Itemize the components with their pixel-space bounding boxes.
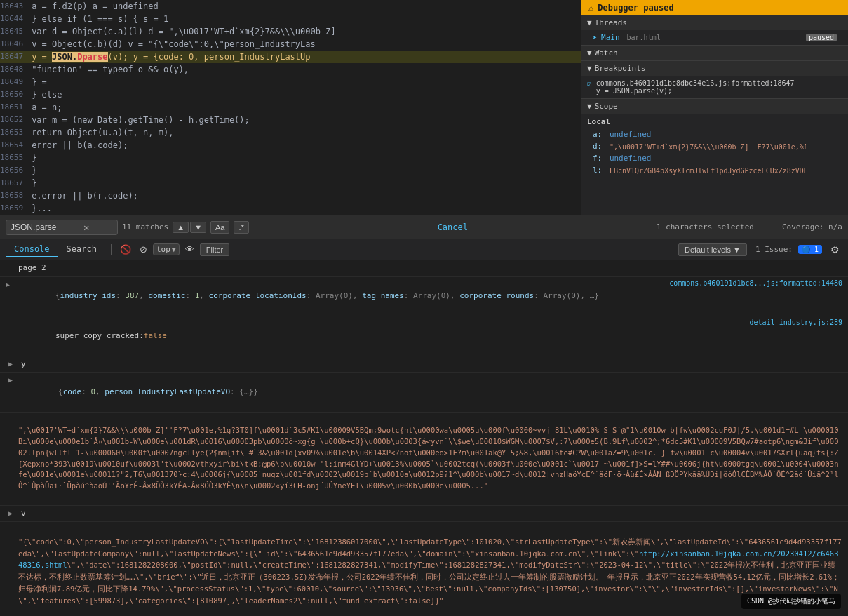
search-regex-button[interactable]: .* [234, 221, 248, 234]
line-number: 18657 [0, 177, 32, 189]
top-level-arrow-y[interactable]: ▶ [6, 359, 15, 369]
console-tabs: Console Search [6, 242, 105, 257]
scope-f-item: f: undefined [581, 152, 848, 164]
search-input-wrap[interactable]: ✕ [6, 220, 118, 235]
scope-f-val: undefined [610, 154, 652, 163]
line-content: } else [32, 88, 62, 101]
line-content: } [32, 164, 36, 177]
code-line-18646: 18646 v = Object(c.b)(d) v = "{\"code\":… [0, 38, 581, 51]
line-number: 18659 [0, 202, 32, 215]
console-settings-button[interactable]: ⚙ [828, 243, 842, 257]
stop-button[interactable]: ⊘ [137, 243, 150, 256]
line-content: "function" == typeof o && o(y), [32, 63, 189, 76]
line-content: }... [32, 202, 52, 215]
search-match-count: 11 matches [122, 222, 168, 232]
breakpoints-chevron-icon: ▼ [587, 64, 592, 73]
line-content: } = [32, 76, 47, 88]
console-row-industry[interactable]: ▶ {industry_ids: 387, domestic: 1, corpo… [0, 277, 848, 317]
scope-a-item: a: undefined [581, 128, 848, 140]
code-line-18643: 18643 a = f.d2(p) a = undefined [0, 0, 581, 13]
threads-header[interactable]: ▼ Threads [581, 15, 848, 30]
watermark: CSDN @抄代码抄错的小笔马 [741, 594, 841, 609]
debugger-title: Debugger paused [598, 3, 673, 13]
code-line-18657: 18657 } [0, 177, 581, 189]
line-number: 18643 [0, 0, 32, 13]
threads-label: Threads [595, 18, 627, 27]
scope-d-item: d: ",\u0017'WT+d`xm{2}7&&\\\u000b Z]''F?… [581, 140, 848, 152]
top-level-arrow-code[interactable]: ▶ [6, 375, 15, 385]
console-toolbar: Console Search 🚫 ⊘ top ▼ 👁 Filter Defaul… [0, 239, 848, 260]
editor-debugger-container: 18643 a = f.d2(p) a = undefined18644 } e… [0, 0, 848, 215]
thread-file: bar.html [627, 34, 661, 41]
line-number: 18654 [0, 139, 32, 152]
scope-local-label: Local [581, 115, 848, 128]
console-row-v[interactable]: ▶ v [0, 506, 848, 523]
row-json-content: "{\"code\":0,\"person_IndustryLastUpdate… [18, 524, 842, 616]
levels-button[interactable]: Default levels ▼ [678, 243, 747, 256]
console-row-y[interactable]: ▶ y [0, 356, 848, 373]
row-super-copy-content: super_copy_cracked:false [18, 319, 696, 354]
row-code-content: {code: 0, person_IndustryLastUpdateVO: {… [21, 375, 842, 410]
scope-a-val: undefined [610, 130, 652, 139]
line-number: 18645 [0, 25, 32, 38]
line-number: 18647 [0, 51, 32, 63]
row-industry-source[interactable]: commons.b460191d1bc8...js:formatted:1448… [669, 279, 842, 287]
search-nav: ▲ ▼ [173, 222, 206, 233]
eye-button[interactable]: 👁 [182, 243, 197, 256]
code-line-18647: 18647 y = JSON.Dparse(v); y = {code: 0, … [0, 51, 581, 63]
watch-chevron-icon: ▼ [587, 48, 592, 58]
line-number: 18648 [0, 63, 32, 76]
search-input[interactable] [11, 222, 81, 232]
toolbar-divider-1 [111, 244, 112, 255]
line-content: } [32, 177, 36, 189]
console-row-json-str: "{\"code\":0,\"person_IndustryLastUpdate… [0, 522, 848, 616]
watch-label: Watch [595, 48, 618, 58]
code-line-18649: 18649 } = [0, 76, 581, 88]
search-cancel-button[interactable]: Cancel [438, 222, 468, 232]
breakpoints-section: ▼ Breakpoints ☑ commons.b460191d1bc8dbc3… [581, 61, 848, 99]
console-row-code[interactable]: ▶ {code: 0, person_IndustryLastUpdateVO:… [0, 373, 848, 413]
code-line-18652: 18652 var m = (new Date).getTime() - h.g… [0, 114, 581, 126]
clear-console-button[interactable]: 🚫 [117, 243, 134, 256]
tab-console[interactable]: Console [6, 242, 58, 257]
bp1-file: commons.b460191d1bc8dbc34e16.js:formatte… [596, 79, 795, 87]
expand-arrow-industry[interactable]: ▶ [6, 281, 13, 288]
filter-button[interactable]: Filter [200, 243, 229, 256]
console-row-page: page 2 [0, 260, 848, 277]
search-coverage: Coverage: n/a [782, 222, 842, 232]
threads-chevron-icon: ▼ [587, 18, 592, 27]
threads-section: ▼ Threads ➤ Main bar.html paused [581, 15, 848, 46]
watch-header[interactable]: ▼ Watch [581, 46, 848, 60]
bp1-expr: y = JSON.parse(v); [596, 87, 795, 95]
row-y-content: y [21, 359, 696, 370]
scope-chevron-icon: ▼ [587, 102, 592, 111]
line-number: 18651 [0, 101, 32, 114]
search-next-button[interactable]: ▼ [190, 222, 206, 233]
breakpoints-header[interactable]: ▼ Breakpoints [581, 61, 848, 76]
scope-l-item: l: LBcnV1QrZGB4bXsyXTcmJlwLf1pdJydGPzceL… [581, 164, 848, 176]
breakpoint-item-1[interactable]: ☑ commons.b460191d1bc8dbc34e16.js:format… [581, 77, 848, 97]
row-super-copy-source[interactable]: detail-industry.js:289 [702, 319, 842, 326]
line-number: 18658 [0, 189, 32, 202]
scope-content: Local a: undefined d: ",\u0017'WT+d`xm{2… [581, 114, 848, 178]
search-aa-button[interactable]: Aa [210, 221, 229, 234]
search-prev-button[interactable]: ▲ [173, 222, 189, 233]
code-lines: 18643 a = f.d2(p) a = undefined18644 } e… [0, 0, 581, 215]
watch-section: ▼ Watch [581, 46, 848, 61]
code-line-18654: 18654 error || b(a.code); [0, 139, 581, 152]
row-unicode-content: ",\u0017'WT+d`xm{2}7&&\\\u000b Z]''F?7\u… [18, 415, 842, 503]
row-v-content: v [21, 508, 842, 520]
top-dropdown-icon[interactable]: ▼ [172, 246, 176, 253]
line-content: } else if (1 === s) { s = 1 [32, 13, 168, 25]
scope-header[interactable]: ▼ Scope [581, 99, 848, 114]
tab-search[interactable]: Search [58, 242, 105, 257]
line-content: error || b(a.code); [32, 139, 128, 152]
top-level-arrow-v[interactable]: ▶ [6, 508, 15, 518]
search-clear-icon[interactable]: ✕ [83, 222, 89, 233]
warning-icon: ⚠ [588, 3, 593, 13]
console-output[interactable]: page 2 ▶ {industry_ids: 387, domestic: 1… [0, 260, 848, 616]
thread-main-item[interactable]: ➤ Main bar.html paused [581, 32, 848, 43]
code-line-18650: 18650 } else [0, 88, 581, 101]
breakpoint-checkbox[interactable]: ☑ [587, 79, 592, 88]
issue-text: 1 Issue: [755, 245, 793, 254]
